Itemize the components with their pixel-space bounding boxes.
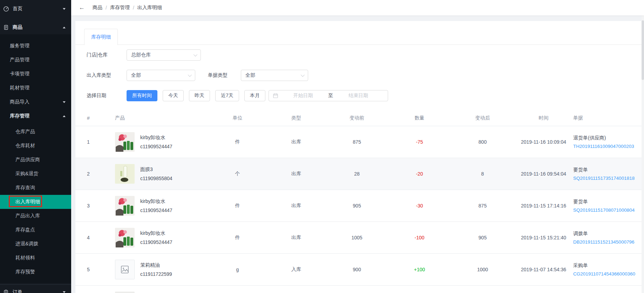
store-warehouse-select[interactable]: 总部仓库 (127, 49, 201, 61)
column-header: # (75, 115, 109, 121)
filter-panel: 门店|仓库 总部仓库 出入库类型 全部 单据类型 全部 选择日 (75, 49, 644, 101)
date-quick-buttons: 所有时间今天昨天近7天本月 (127, 90, 271, 101)
sidebar-item-goods-child-2[interactable]: 卡项管理 (0, 67, 71, 81)
mask-product-photo (115, 164, 135, 184)
cell-index: 1 (75, 139, 109, 145)
cell-unit: 件 (209, 203, 266, 209)
cell-quantity: -100 (388, 235, 451, 240)
cell-unit: 个 (209, 171, 266, 177)
doc-type-select[interactable]: 全部 (241, 70, 308, 81)
breadcrumb-item[interactable]: 出入库明细 (137, 5, 162, 11)
sidebar-item-inventory-child-3[interactable]: 采购&退货 (0, 167, 71, 181)
sidebar-item-label: 产品供应商 (15, 157, 40, 163)
table-row: 4kirby卸妆水c11909524447件出库1005-1009052019-… (75, 222, 644, 254)
document-link[interactable]: SQ201911151708071000804 (573, 207, 635, 213)
sidebar-item-inventory-child-9[interactable]: 耗材领料 (0, 251, 71, 265)
sidebar-item-label: 服务管理 (10, 43, 29, 49)
date-button-3[interactable]: 近7天 (215, 90, 239, 101)
sidebar-item-goods[interactable]: 商品 (0, 20, 71, 34)
active-item-highlight-box (9, 196, 42, 207)
sidebar-item-label: 订单 (13, 289, 22, 293)
cell-document: 要货单SQ201911151708071000804 (573, 199, 644, 213)
chevron-down-icon (63, 8, 66, 10)
document-link[interactable]: DB201911151521345000796 (573, 239, 634, 245)
cell-time: 2019-11-15 15:21:40 (514, 235, 573, 240)
sidebar-item-goods-child-3[interactable]: 耗材管理 (0, 81, 71, 95)
document-type: 要货单 (573, 167, 588, 173)
cell-after: 875 (451, 203, 514, 209)
tab-inventory-detail[interactable]: 库存明细 (84, 29, 118, 45)
io-type-select[interactable]: 全部 (127, 70, 195, 81)
sidebar-item-inventory-child-7[interactable]: 库存盘点 (0, 223, 71, 237)
content-card: 库存明细 门店|仓库 总部仓库 出入库类型 全部 单据类型 全部 (75, 21, 644, 293)
product-code: c11909524447 (140, 144, 172, 149)
sidebar-item-inventory-child-4[interactable]: 库存查询 (0, 181, 71, 195)
chevron-down-icon (301, 73, 305, 77)
cell-index: 5 (75, 267, 109, 272)
cell-document: 退货单(供应商)TH201911161009047000203 (573, 135, 644, 149)
cell-type: 入库 (266, 266, 326, 273)
cell-document: 采购单CG201911071454366000360 (573, 263, 644, 277)
date-button-4[interactable]: 本月 (244, 90, 265, 101)
sidebar-item-home[interactable]: 首页 (0, 2, 71, 16)
breadcrumb: 商品/库存管理/出入库明细 (93, 5, 162, 11)
sidebar-item-goods-child-4[interactable]: 商品导入 (0, 95, 71, 109)
cell-document: 调拨单DB201911151521345000796 (573, 231, 644, 245)
product-text: kirby卸妆水c11909524447 (140, 135, 172, 149)
sidebar-item-inventory-child-10[interactable]: 库存预警 (0, 265, 71, 279)
sidebar-item-goods-child-0[interactable]: 服务管理 (0, 39, 71, 53)
sidebar: 首页 商品 服务管理产品管理卡项管理耗材管理商品导入库存管理 仓库产品仓库耗材产… (0, 0, 71, 293)
document-link[interactable]: TH201911161009047000203 (573, 144, 634, 149)
back-arrow-icon[interactable]: ← (79, 4, 85, 11)
sidebar-item-inventory-child-6[interactable]: 产品出入库 (0, 209, 71, 223)
document-link[interactable]: SQ201911151735174001818 (573, 176, 635, 181)
cell-product: kirby卸妆水c11909524447 (109, 228, 209, 247)
cell-type: 出库 (266, 171, 326, 177)
sidebar-item-label: 进退&调拨 (15, 241, 38, 247)
cell-product: kirby卸妆水c11909524447 (109, 196, 209, 216)
date-range-input[interactable]: 开始日期 至 结束日期 (269, 90, 388, 101)
sidebar-item-inventory-child-0[interactable]: 仓库产品 (0, 125, 71, 139)
sidebar-item-goods-child-1[interactable]: 产品管理 (0, 53, 71, 67)
chevron-down-icon (63, 291, 66, 293)
product-name: 茉莉精油 (140, 262, 172, 268)
sidebar-item-inventory-child-5-active[interactable]: 出入库明细 (0, 195, 71, 209)
column-header: 单位 (209, 115, 266, 121)
cell-before: 1005 (326, 235, 388, 240)
sidebar-item-inventory-child-2[interactable]: 产品供应商 (0, 153, 71, 167)
cell-product: 茉莉精油c11911722599 (109, 260, 209, 279)
vertical-scrollbar (642, 15, 644, 293)
sidebar-item-inventory-child-8[interactable]: 进退&调拨 (0, 237, 71, 251)
breadcrumb-item[interactable]: 商品 (93, 5, 102, 11)
cell-index: 3 (75, 203, 109, 209)
document-link[interactable]: CG201911071454366000360 (573, 271, 635, 277)
column-header: 时间 (514, 115, 573, 121)
sidebar-item-label: 库存预警 (15, 269, 35, 275)
chevron-down-icon (188, 73, 192, 77)
cell-before: 875 (326, 139, 388, 145)
scrollbar-thumb[interactable] (642, 20, 644, 80)
chevron-up-icon (63, 27, 66, 28)
column-header: 产品 (109, 115, 209, 121)
date-button-2[interactable]: 昨天 (189, 90, 210, 101)
kirby-product-photo (115, 196, 135, 216)
breadcrumb-separator: / (106, 5, 107, 11)
sidebar-item-label: 商品导入 (10, 99, 29, 105)
product-text: kirby卸妆水c11909524447 (140, 198, 172, 213)
breadcrumb-item[interactable]: 库存管理 (110, 5, 130, 11)
sidebar-item-goods-child-5[interactable]: 库存管理 (0, 109, 71, 123)
table-header-row: #产品单位类型变动前数量变动后时间单据 (75, 110, 644, 126)
table-row: 5茉莉精油c11911722599g入库900+10010002019-11-0… (75, 254, 644, 286)
cell-after: 905 (451, 235, 514, 240)
cell-type: 出库 (266, 203, 326, 209)
sidebar-item-orders[interactable]: 订单 (0, 284, 71, 293)
cell-product (109, 292, 209, 293)
product-code: c11909855804 (140, 176, 172, 181)
kirby-product-photo (115, 132, 135, 152)
date-button-0[interactable]: 所有时间 (127, 90, 157, 101)
sidebar-item-inventory-child-1[interactable]: 仓库耗材 (0, 139, 71, 153)
cell-quantity: +100 (388, 267, 451, 272)
doc-type-value: 全部 (245, 72, 255, 79)
sidebar-item-label: 首页 (13, 6, 22, 12)
date-button-1[interactable]: 今天 (163, 90, 184, 101)
